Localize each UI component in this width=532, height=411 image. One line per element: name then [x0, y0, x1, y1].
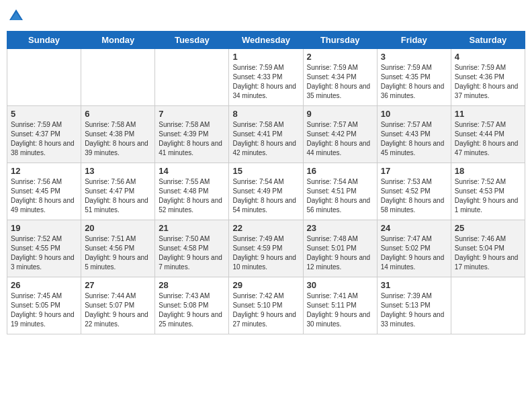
week-row-2: 5Sunrise: 7:59 AM Sunset: 4:37 PM Daylig… [7, 106, 525, 163]
cell-info: Sunrise: 7:42 AM Sunset: 5:10 PM Dayligh… [232, 291, 299, 329]
day-header-sunday: Sunday [7, 32, 81, 49]
calendar-cell: 15Sunrise: 7:54 AM Sunset: 4:49 PM Dayli… [229, 163, 303, 220]
calendar-cell: 16Sunrise: 7:54 AM Sunset: 4:51 PM Dayli… [303, 163, 377, 220]
day-number: 27 [85, 280, 151, 290]
cell-info: Sunrise: 7:56 AM Sunset: 4:47 PM Dayligh… [85, 177, 151, 215]
day-number: 10 [381, 109, 447, 119]
calendar-cell: 17Sunrise: 7:53 AM Sunset: 4:52 PM Dayli… [377, 163, 451, 220]
cell-info: Sunrise: 7:48 AM Sunset: 5:01 PM Dayligh… [307, 234, 373, 272]
cell-info: Sunrise: 7:54 AM Sunset: 4:49 PM Dayligh… [232, 177, 299, 215]
day-number: 29 [232, 280, 299, 290]
week-row-5: 26Sunrise: 7:45 AM Sunset: 5:05 PM Dayli… [7, 277, 525, 334]
day-number: 25 [455, 223, 521, 233]
calendar-cell: 20Sunrise: 7:51 AM Sunset: 4:56 PM Dayli… [81, 220, 155, 277]
cell-info: Sunrise: 7:52 AM Sunset: 4:55 PM Dayligh… [11, 234, 77, 272]
day-number: 24 [381, 223, 447, 233]
header-row: SundayMondayTuesdayWednesdayThursdayFrid… [7, 32, 525, 49]
week-row-4: 19Sunrise: 7:52 AM Sunset: 4:55 PM Dayli… [7, 220, 525, 277]
calendar-cell: 11Sunrise: 7:57 AM Sunset: 4:44 PM Dayli… [451, 106, 525, 163]
cell-info: Sunrise: 7:41 AM Sunset: 5:11 PM Dayligh… [307, 291, 373, 329]
day-number: 19 [11, 223, 77, 233]
cell-info: Sunrise: 7:46 AM Sunset: 5:04 PM Dayligh… [455, 234, 521, 272]
cell-info: Sunrise: 7:43 AM Sunset: 5:08 PM Dayligh… [159, 291, 225, 329]
calendar-cell: 26Sunrise: 7:45 AM Sunset: 5:05 PM Dayli… [7, 277, 81, 334]
cell-info: Sunrise: 7:56 AM Sunset: 4:45 PM Dayligh… [11, 177, 77, 215]
week-row-3: 12Sunrise: 7:56 AM Sunset: 4:45 PM Dayli… [7, 163, 525, 220]
day-number: 28 [159, 280, 225, 290]
cell-info: Sunrise: 7:59 AM Sunset: 4:37 PM Dayligh… [11, 120, 77, 158]
cell-info: Sunrise: 7:58 AM Sunset: 4:41 PM Dayligh… [232, 120, 299, 158]
day-number: 5 [11, 109, 77, 119]
cell-info: Sunrise: 7:57 AM Sunset: 4:43 PM Dayligh… [381, 120, 447, 158]
calendar-cell: 19Sunrise: 7:52 AM Sunset: 4:55 PM Dayli… [7, 220, 81, 277]
day-number: 4 [455, 52, 521, 62]
calendar-cell: 1Sunrise: 7:59 AM Sunset: 4:33 PM Daylig… [229, 49, 303, 106]
calendar-cell [451, 277, 525, 334]
cell-info: Sunrise: 7:51 AM Sunset: 4:56 PM Dayligh… [85, 234, 151, 272]
day-number: 14 [159, 166, 225, 176]
calendar-cell: 18Sunrise: 7:52 AM Sunset: 4:53 PM Dayli… [451, 163, 525, 220]
calendar-cell: 6Sunrise: 7:58 AM Sunset: 4:38 PM Daylig… [81, 106, 155, 163]
day-number: 3 [381, 52, 447, 62]
day-number: 2 [307, 52, 373, 62]
calendar-cell: 22Sunrise: 7:49 AM Sunset: 4:59 PM Dayli… [229, 220, 303, 277]
day-header-monday: Monday [81, 32, 155, 49]
calendar-cell: 24Sunrise: 7:47 AM Sunset: 5:02 PM Dayli… [377, 220, 451, 277]
day-number: 30 [307, 280, 373, 290]
calendar-cell [7, 49, 81, 106]
day-number: 13 [85, 166, 151, 176]
calendar-cell: 29Sunrise: 7:42 AM Sunset: 5:10 PM Dayli… [229, 277, 303, 334]
cell-info: Sunrise: 7:57 AM Sunset: 4:42 PM Dayligh… [307, 120, 373, 158]
page-header [7, 7, 525, 26]
calendar-cell: 13Sunrise: 7:56 AM Sunset: 4:47 PM Dayli… [81, 163, 155, 220]
calendar-cell: 27Sunrise: 7:44 AM Sunset: 5:07 PM Dayli… [81, 277, 155, 334]
calendar-cell: 21Sunrise: 7:50 AM Sunset: 4:58 PM Dayli… [155, 220, 229, 277]
calendar-cell: 12Sunrise: 7:56 AM Sunset: 4:45 PM Dayli… [7, 163, 81, 220]
day-number: 20 [85, 223, 151, 233]
cell-info: Sunrise: 7:58 AM Sunset: 4:39 PM Dayligh… [159, 120, 225, 158]
day-number: 18 [455, 166, 521, 176]
calendar-cell: 3Sunrise: 7:59 AM Sunset: 4:35 PM Daylig… [377, 49, 451, 106]
cell-info: Sunrise: 7:59 AM Sunset: 4:35 PM Dayligh… [381, 63, 447, 101]
calendar-cell: 7Sunrise: 7:58 AM Sunset: 4:39 PM Daylig… [155, 106, 229, 163]
cell-info: Sunrise: 7:57 AM Sunset: 4:44 PM Dayligh… [455, 120, 521, 158]
day-number: 17 [381, 166, 447, 176]
day-number: 1 [232, 52, 299, 62]
week-row-1: 1Sunrise: 7:59 AM Sunset: 4:33 PM Daylig… [7, 49, 525, 106]
day-number: 16 [307, 166, 373, 176]
day-header-tuesday: Tuesday [155, 32, 229, 49]
day-number: 15 [232, 166, 299, 176]
day-header-wednesday: Wednesday [229, 32, 303, 49]
cell-info: Sunrise: 7:52 AM Sunset: 4:53 PM Dayligh… [455, 177, 521, 215]
cell-info: Sunrise: 7:54 AM Sunset: 4:51 PM Dayligh… [307, 177, 373, 215]
calendar-cell: 14Sunrise: 7:55 AM Sunset: 4:48 PM Dayli… [155, 163, 229, 220]
day-number: 22 [232, 223, 299, 233]
day-number: 21 [159, 223, 225, 233]
day-header-thursday: Thursday [303, 32, 377, 49]
day-number: 7 [159, 109, 225, 119]
calendar-cell: 31Sunrise: 7:39 AM Sunset: 5:13 PM Dayli… [377, 277, 451, 334]
cell-info: Sunrise: 7:45 AM Sunset: 5:05 PM Dayligh… [11, 291, 77, 329]
day-number: 9 [307, 109, 373, 119]
cell-info: Sunrise: 7:58 AM Sunset: 4:38 PM Dayligh… [85, 120, 151, 158]
calendar-cell [81, 49, 155, 106]
calendar-cell: 25Sunrise: 7:46 AM Sunset: 5:04 PM Dayli… [451, 220, 525, 277]
calendar-cell: 30Sunrise: 7:41 AM Sunset: 5:11 PM Dayli… [303, 277, 377, 334]
calendar-cell: 5Sunrise: 7:59 AM Sunset: 4:37 PM Daylig… [7, 106, 81, 163]
day-number: 23 [307, 223, 373, 233]
cell-info: Sunrise: 7:55 AM Sunset: 4:48 PM Dayligh… [159, 177, 225, 215]
calendar-cell: 9Sunrise: 7:57 AM Sunset: 4:42 PM Daylig… [303, 106, 377, 163]
day-number: 8 [232, 109, 299, 119]
day-number: 12 [11, 166, 77, 176]
cell-info: Sunrise: 7:59 AM Sunset: 4:36 PM Dayligh… [455, 63, 521, 101]
cell-info: Sunrise: 7:49 AM Sunset: 4:59 PM Dayligh… [232, 234, 299, 272]
day-header-friday: Friday [377, 32, 451, 49]
calendar-cell: 4Sunrise: 7:59 AM Sunset: 4:36 PM Daylig… [451, 49, 525, 106]
cell-info: Sunrise: 7:39 AM Sunset: 5:13 PM Dayligh… [381, 291, 447, 329]
logo [7, 7, 28, 26]
day-number: 6 [85, 109, 151, 119]
cell-info: Sunrise: 7:50 AM Sunset: 4:58 PM Dayligh… [159, 234, 225, 272]
cell-info: Sunrise: 7:44 AM Sunset: 5:07 PM Dayligh… [85, 291, 151, 329]
day-number: 11 [455, 109, 521, 119]
calendar-cell [155, 49, 229, 106]
